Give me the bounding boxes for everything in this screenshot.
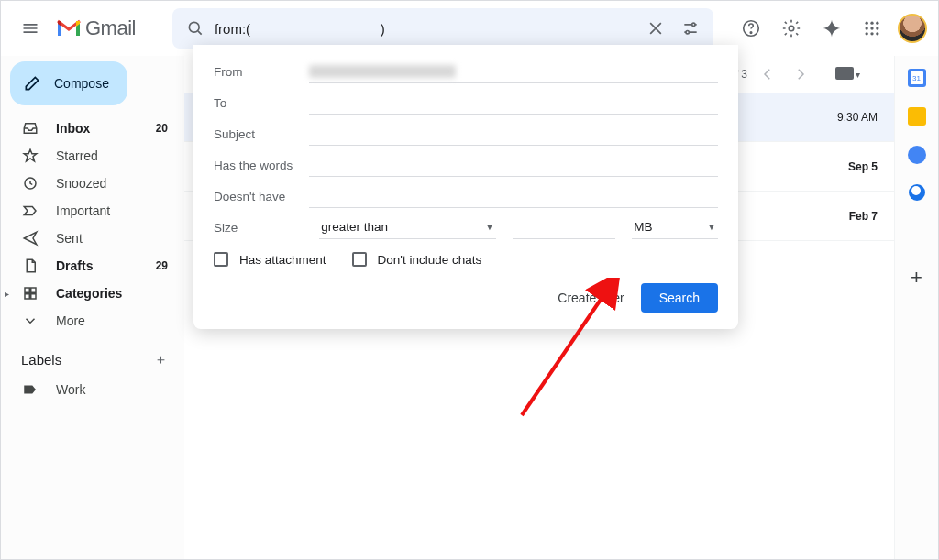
- svg-point-11: [876, 27, 878, 29]
- adv-subject-label: Subject: [214, 127, 309, 141]
- gemini-icon[interactable]: [813, 10, 850, 47]
- search-options-icon[interactable]: [673, 11, 708, 46]
- svg-point-7: [870, 22, 873, 25]
- create-filter-button[interactable]: Create filter: [558, 291, 624, 305]
- sent-icon: [21, 230, 39, 247]
- svg-rect-20: [835, 67, 854, 80]
- adv-from-value[interactable]: [309, 65, 456, 78]
- add-label-icon[interactable]: ＋: [154, 351, 168, 368]
- svg-rect-17: [31, 288, 36, 292]
- adv-doesnthave-input[interactable]: [309, 184, 718, 208]
- svg-point-1: [692, 23, 695, 26]
- next-page-icon[interactable]: [788, 61, 813, 87]
- side-panel: +: [894, 56, 938, 560]
- adv-haswords-label: Has the words: [214, 159, 309, 172]
- adv-from-label: From: [214, 65, 309, 79]
- svg-point-4: [750, 32, 751, 33]
- dont-include-chats-label: Don't include chats: [378, 253, 482, 267]
- keyboard-icon[interactable]: [835, 67, 854, 82]
- starred-icon: [21, 148, 39, 164]
- search-button[interactable]: Search: [641, 283, 718, 313]
- get-addons-icon[interactable]: +: [908, 269, 926, 287]
- search-box: [172, 8, 713, 49]
- svg-rect-18: [25, 294, 29, 299]
- sidebar-item-label: Important: [56, 203, 151, 218]
- svg-rect-19: [31, 294, 36, 299]
- sidebar: Compose Inbox20StarredSnoozedImportantSe…: [1, 56, 184, 560]
- gmail-logo[interactable]: Gmail: [56, 16, 136, 40]
- apps-icon[interactable]: [854, 10, 890, 47]
- adv-subject-input[interactable]: [309, 122, 718, 146]
- sidebar-item-drafts[interactable]: Drafts29: [1, 252, 184, 280]
- label-icon: [21, 381, 39, 398]
- important-icon: [21, 203, 39, 219]
- snoozed-icon: [21, 175, 39, 192]
- sidebar-item-label: Inbox: [56, 121, 139, 136]
- header-actions: [733, 10, 927, 47]
- advanced-search-panel: From To Subject Has the words Doesn't ha…: [193, 45, 738, 329]
- clear-search-icon[interactable]: [638, 11, 673, 46]
- more-icon: [21, 313, 39, 329]
- adv-to-label: To: [214, 96, 309, 110]
- sidebar-item-sent[interactable]: Sent: [1, 225, 184, 252]
- svg-point-6: [866, 22, 868, 25]
- logo-text: Gmail: [85, 16, 136, 40]
- has-attachment-checkbox[interactable]: [214, 252, 228, 267]
- svg-rect-16: [25, 288, 29, 292]
- sidebar-item-label: Snoozed: [56, 176, 151, 191]
- prev-page-icon[interactable]: [755, 61, 780, 87]
- inbox-icon: [21, 120, 39, 137]
- sidebar-item-label: More: [56, 313, 151, 328]
- settings-icon[interactable]: [773, 10, 810, 47]
- adv-size-value-input[interactable]: [513, 215, 615, 239]
- menu-icon[interactable]: [12, 10, 49, 47]
- svg-point-9: [866, 27, 868, 29]
- svg-point-8: [876, 22, 878, 25]
- sidebar-item-count: 20: [156, 122, 168, 135]
- label-item-work[interactable]: Work: [1, 376, 184, 403]
- sidebar-item-categories[interactable]: ▸Categories: [1, 280, 184, 307]
- svg-point-0: [189, 22, 199, 32]
- svg-point-14: [876, 32, 878, 35]
- sidebar-item-inbox[interactable]: Inbox20: [1, 115, 184, 142]
- svg-point-2: [686, 31, 689, 34]
- sidebar-item-count: 29: [156, 259, 168, 272]
- svg-point-10: [870, 27, 873, 29]
- sidebar-item-label: Drafts: [56, 258, 139, 273]
- email-date: Sep 5: [848, 160, 878, 173]
- sidebar-item-label: Sent: [56, 231, 151, 246]
- sidebar-item-label: Starred: [56, 148, 151, 163]
- svg-point-12: [866, 32, 868, 35]
- adv-haswords-input[interactable]: [309, 153, 718, 177]
- categories-icon: [21, 285, 39, 302]
- account-avatar[interactable]: [898, 14, 927, 43]
- adv-size-operator-select[interactable]: greater than▼: [319, 215, 496, 239]
- calendar-icon[interactable]: [908, 69, 926, 87]
- compose-label: Compose: [54, 76, 109, 91]
- email-date: 9:30 AM: [837, 111, 878, 124]
- adv-size-label: Size: [214, 221, 303, 235]
- dont-include-chats-checkbox[interactable]: [352, 252, 367, 267]
- labels-heading: Labels: [21, 352, 61, 368]
- tasks-icon[interactable]: [908, 146, 926, 164]
- svg-point-5: [789, 26, 794, 31]
- help-icon[interactable]: [733, 10, 769, 47]
- has-attachment-label: Has attachment: [239, 253, 326, 267]
- sidebar-item-more[interactable]: More: [1, 307, 184, 335]
- drafts-icon: [21, 258, 39, 274]
- sidebar-item-starred[interactable]: Starred: [1, 142, 184, 170]
- adv-doesnthave-label: Doesn't have: [214, 190, 309, 203]
- adv-to-input[interactable]: [309, 91, 718, 115]
- search-icon[interactable]: [178, 11, 213, 46]
- contacts-icon[interactable]: [909, 184, 925, 201]
- svg-point-13: [870, 32, 873, 35]
- email-date: Feb 7: [849, 210, 878, 223]
- adv-size-unit-select[interactable]: MB▼: [632, 215, 718, 239]
- sidebar-item-label: Categories: [56, 286, 151, 301]
- sidebar-item-important[interactable]: Important: [1, 197, 184, 225]
- search-input[interactable]: [213, 20, 638, 38]
- compose-button[interactable]: Compose: [10, 61, 127, 105]
- sidebar-item-snoozed[interactable]: Snoozed: [1, 170, 184, 197]
- keep-icon[interactable]: [908, 107, 926, 126]
